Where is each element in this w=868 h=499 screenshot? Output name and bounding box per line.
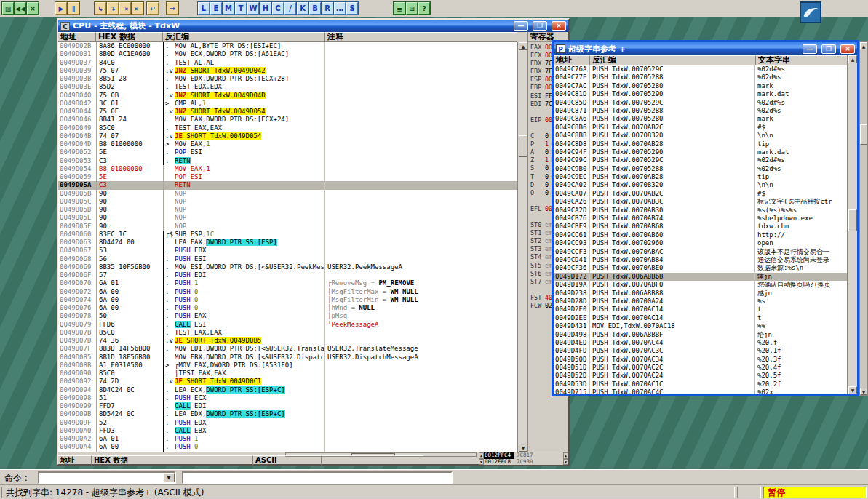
disasm-row[interactable]: 0049D04075 0B.vJNZ SHORT TdxW.0049D04D <box>58 92 517 100</box>
command-output-field[interactable] <box>182 471 453 484</box>
pause-button[interactable]: ∥ <box>68 2 79 15</box>
references-button[interactable]: R <box>322 2 333 15</box>
strings-window-titlebar[interactable]: P 超级字串参考 + — ❐ × <box>554 42 857 55</box>
string-row[interactable]: 0049D2EEPUSH TdxW.0070AC14t <box>554 314 847 322</box>
close-button[interactable]: × <box>552 21 566 31</box>
disasm-row[interactable]: 0049D05E90NOP <box>58 214 517 222</box>
disasm-row[interactable]: 0049D05AC3RETN <box>58 181 517 189</box>
disasm-row[interactable]: 0049D0A0FFD3.CALL EBX <box>58 427 517 435</box>
close-button[interactable]: × <box>27 2 39 15</box>
dump-column-header-0[interactable]: 地址 <box>58 455 92 465</box>
execute-till-return-button[interactable]: ↵ <box>147 2 159 15</box>
disasm-row[interactable]: 0049D099FFD7.CALL EDI <box>58 402 517 410</box>
disasm-row[interactable]: 0049D06856.PUSH ESI <box>58 255 517 263</box>
source-button[interactable]: S <box>346 2 358 15</box>
strings-column-header-0[interactable]: 地址 <box>554 55 590 65</box>
disasm-row[interactable]: 0049D07D74 36.vJE SHORT TdxW.0049D0B5 <box>58 337 517 345</box>
disasm-row[interactable]: 0049D0698B35 10F56B00.MOV ESI,DWORD PTR … <box>58 263 517 271</box>
cpu-window-titlebar[interactable]: C CPU - 主线程, 模块 - TdxW — ❐ × <box>58 20 568 32</box>
disasm-row[interactable]: 0049D09274 2D.vJE SHORT TdxW.0049D0C1 <box>58 378 517 386</box>
string-row[interactable]: 0049C9B0PUSH TdxW.00705288%02d%s <box>554 165 847 173</box>
animate-into-button[interactable]: ⇥ <box>119 2 131 15</box>
chevron-down-icon[interactable]: ▼ <box>163 473 175 482</box>
string-row[interactable]: 0049C7ACPUSH TdxW.00705280mark <box>554 82 847 90</box>
disasm-row[interactable]: 0049D05F90NOP <box>58 223 517 231</box>
step-into-button[interactable]: ↳ <box>95 2 106 15</box>
disasm-row[interactable]: 0049D0595EPOP ESI <box>58 173 517 181</box>
string-row[interactable]: 0049D715PUSH TdxW.0070AC4C%02x <box>554 388 847 394</box>
string-row[interactable]: 0049D50DPUSH TdxW.0070AC34%20.3f <box>554 356 847 364</box>
column-header-1[interactable]: HEX 数据 <box>96 32 163 42</box>
run-button[interactable]: ▶ <box>55 2 67 15</box>
disasm-row[interactable]: 0049D03B8B51 28.MOV EDX,DWORD PTR DS:[EC… <box>58 75 517 83</box>
string-row[interactable]: 0049C77EPUSH TdxW.00705288%02d%s <box>554 73 847 81</box>
string-row[interactable]: 0049C871PUSH TdxW.00705288%02d%s <box>554 107 847 115</box>
disasm-row[interactable]: 0049D09851.PUSH ECX <box>58 394 517 402</box>
disasm-row[interactable]: 0049D09B8D5424 0C.LEA EDX,DWORD PTR SS:[… <box>58 410 517 418</box>
disasm-row[interactable]: 0049D04985C0.TEST EAX,EAX <box>58 124 517 132</box>
disasm-row[interactable]: 0049D06083EC 1C┌$SUB ESP,1C <box>58 231 517 239</box>
strings-column-header[interactable]: 地址反汇编文本字串 <box>554 55 847 65</box>
log-window-button[interactable]: L <box>198 2 210 15</box>
disasm-row[interactable]: 0049D05C90NOP <box>58 198 517 206</box>
string-row[interactable]: 0049D4EDPUSH TdxW.0070AC44%20.f <box>554 339 847 347</box>
string-row[interactable]: 0049CBF9PUSH TdxW.0070AB68tdxw.chm <box>554 223 847 231</box>
scroll-up-icon[interactable]: ▲ <box>860 42 867 49</box>
disasm-row[interactable]: 0049D04DB8 01000000>MOV EAX,1 <box>58 140 517 148</box>
executables-button[interactable]: E <box>210 2 222 15</box>
help-button[interactable]: ? <box>418 2 430 15</box>
threads-button[interactable]: T <box>235 2 247 15</box>
strings-list[interactable]: 0049C76APUSH TdxW.0070529C%02d#%s0049C77… <box>554 65 847 394</box>
disasm-row[interactable]: 0049D0858B1D 18F56B00.MOV EBX,DWORD PTR … <box>58 354 517 362</box>
open-button[interactable]: ▨ <box>2 2 14 15</box>
step-over-button[interactable]: ↴ <box>107 2 119 15</box>
disasm-column-header[interactable]: 地址HEX 数据反汇编注释 <box>58 32 517 42</box>
desktop-shortcut-icon[interactable] <box>800 1 821 23</box>
disasm-row[interactable]: 0049D03784C0.TEST AL,AL <box>58 59 517 67</box>
string-row[interactable]: 0049CD41PUSH TdxW.0070AB84通达信交易系统尚未登录 <box>554 256 847 264</box>
disasm-row[interactable]: 0049D0706A 01.PUSH 1┌RemoveMsg = PM_REMO… <box>58 279 517 287</box>
string-row[interactable]: 0049C76APUSH TdxW.0070529C%02d#%s <box>554 65 847 73</box>
string-row[interactable]: 0049CC61PUSH TdxW.0070AB60http:// <box>554 231 847 239</box>
strings-scrollbar[interactable]: ▲ ▼ <box>847 55 857 394</box>
string-row[interactable]: 0049C8B6PUSH TdxW.0070AB2C#$ <box>554 124 847 132</box>
scroll-thumb[interactable] <box>519 135 527 157</box>
disasm-row[interactable]: 0049D02B8A86 EC000000.MOV AL,BYTE PTR DS… <box>58 42 517 50</box>
string-row[interactable]: 0049C8BBPUSH TdxW.00708320\n\n <box>554 132 847 140</box>
disasm-row[interactable]: 0049D0423C 01>CMP AL,1 <box>58 100 517 108</box>
appearance-button[interactable]: ⊞ <box>406 2 418 15</box>
disasm-row[interactable]: 0049D09085C0.│TEST EAX,EAX <box>58 370 517 378</box>
options-button[interactable]: ≣ <box>394 2 405 15</box>
scroll-thumb[interactable] <box>848 209 857 231</box>
disasm-row[interactable]: 0049D0948D4C24 0C.LEA ECX,DWORD PTR SS:[… <box>58 386 517 394</box>
restart-button[interactable]: ◀◀ <box>15 2 26 15</box>
string-row[interactable]: 0049C81DPUSH TdxW.00705290mark.dat <box>554 90 847 98</box>
close-button[interactable]: × <box>840 44 855 54</box>
string-row[interactable]: 0049D498PUSH TdxW.006A8BBF给jn <box>554 331 847 339</box>
disasm-row[interactable]: 0049D0468B41 24.MOV EAX,DWORD PTR DS:[EC… <box>58 116 517 124</box>
dump-column-header-3[interactable] <box>322 455 423 465</box>
disasm-row[interactable]: 0049D08BA1 F031A500>┌MOV EAX,DWORD PTR D… <box>58 362 517 370</box>
string-row[interactable]: 0049C94FPUSH TdxW.00705290mark.dat <box>554 148 847 156</box>
string-row[interactable]: 0049C9ECPUSH TdxW.0070AB28tip <box>554 173 847 181</box>
disasm-row[interactable]: 0049D054B8 01000000MOV EAX,1 <box>58 165 517 173</box>
scroll-down-icon[interactable]: ▼ <box>479 459 484 466</box>
disasm-row[interactable]: 0049D05D90NOP <box>58 206 517 214</box>
string-row[interactable]: 0049D52DPUSH TdxW.0070AC24%20.5f <box>554 372 847 380</box>
string-row[interactable]: 0049D2E0PUSH TdxW.0070AC14t <box>554 306 847 314</box>
dump-column-header[interactable]: 地址HEX 数据ASCII <box>58 455 423 465</box>
scroll-up-icon[interactable]: ▲ <box>519 42 527 50</box>
minimize-button[interactable]: — <box>514 21 528 31</box>
string-row[interactable]: 0049D238PUSH TdxW.006A8B88感jn <box>554 290 847 298</box>
command-input[interactable]: ▼ <box>38 471 176 484</box>
disasm-row[interactable]: 0049D06F57.PUSH EDI <box>58 271 517 279</box>
stack-pane[interactable]: ▲0012FFC47C817▲▼0012FFC87C930▼ <box>479 452 568 465</box>
animate-over-button[interactable]: ⇤ <box>132 2 143 15</box>
string-row[interactable]: 0049CA26PUSH TdxW.0070AB3C标记文字(选中品种按ctr <box>554 198 847 206</box>
string-row[interactable]: 0049D51DPUSH TdxW.0070AC2C%20.4f <box>554 364 847 372</box>
column-header-0[interactable]: 地址 <box>58 32 96 42</box>
string-row[interactable]: 0049C8A6PUSH TdxW.00705280mark <box>554 115 847 123</box>
disasm-row[interactable]: 0049D0318B0D AC1EA600.MOV ECX,DWORD PTR … <box>58 50 517 58</box>
disasm-row[interactable]: 0049D04475 0E.vJNZ SHORT TdxW.0049D054 <box>58 108 517 116</box>
handles-button[interactable]: H <box>260 2 271 15</box>
